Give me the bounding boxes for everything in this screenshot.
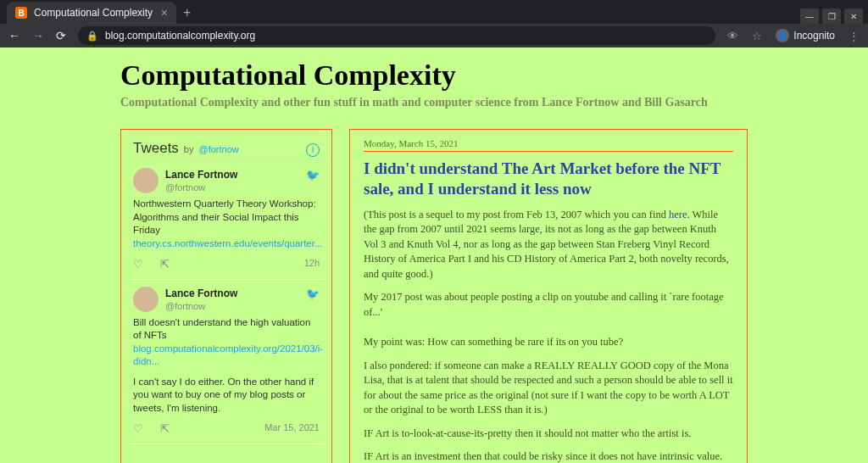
forward-button[interactable]: → xyxy=(32,29,44,42)
share-icon[interactable]: ⇱ xyxy=(160,421,170,437)
twitter-icon: 🐦 xyxy=(306,287,320,313)
post-title[interactable]: I didn't understand The Art Market befor… xyxy=(364,159,733,199)
close-icon[interactable]: × xyxy=(161,6,168,20)
tweet-handle[interactable]: @fortnow xyxy=(165,181,237,194)
like-icon[interactable]: ♡ xyxy=(133,257,143,272)
incognito-icon: 👤 xyxy=(776,29,789,42)
tweet-handle[interactable]: @fortnow xyxy=(165,300,237,313)
window-controls: — ❐ ✕ xyxy=(800,8,868,24)
blogger-icon: B xyxy=(15,7,27,19)
tweet-time: Mar 15, 2021 xyxy=(264,421,320,437)
back-button[interactable]: ← xyxy=(8,29,20,42)
avatar[interactable] xyxy=(133,287,159,312)
tweet-author[interactable]: Lance Fortnow xyxy=(165,287,237,300)
toolbar-right: 👁 ☆ 👤 Incognito ⋮ xyxy=(727,29,860,42)
tweets-by: by xyxy=(184,144,194,154)
avatar[interactable] xyxy=(133,168,159,193)
new-tab-button[interactable]: + xyxy=(183,5,191,20)
tweet-text: Northwestern Quarterly Theory Workshop: … xyxy=(133,198,320,237)
tweet-author[interactable]: Lance Fortnow xyxy=(165,168,237,181)
tweet-text2: I can't say I do either. On the other ha… xyxy=(133,376,320,416)
browser-chrome: B Computational Complexity × + — ❐ ✕ ← →… xyxy=(0,0,868,47)
tweets-stream[interactable]: Lance Fortnow @fortnow 🐦 Northwestern Qu… xyxy=(128,160,325,444)
tweet[interactable]: Lance Fortnow @fortnow 🐦 Northwestern Qu… xyxy=(128,161,325,280)
star-icon[interactable]: ☆ xyxy=(752,30,762,42)
incognito-label: Incognito xyxy=(793,30,835,42)
info-icon[interactable]: i xyxy=(306,143,320,157)
page-content[interactable]: Computational Complexity Computational C… xyxy=(0,47,868,463)
menu-icon[interactable]: ⋮ xyxy=(849,30,860,42)
tweets-title: Tweets xyxy=(133,140,179,157)
tweet-link[interactable]: theory.cs.northwestern.edu/events/quarte… xyxy=(133,237,320,251)
eye-off-icon[interactable]: 👁 xyxy=(727,30,738,42)
share-icon[interactable]: ⇱ xyxy=(160,257,170,272)
address-bar: ← → ⟳ 🔒 blog.computationalcomplexity.org… xyxy=(0,24,868,47)
here-link[interactable]: here xyxy=(669,209,687,220)
tweets-handle[interactable]: @fortnow xyxy=(198,144,238,154)
url-input[interactable]: 🔒 blog.computationalcomplexity.org xyxy=(78,26,715,45)
blog-post: Monday, March 15, 2021 I didn't understa… xyxy=(349,129,748,463)
twitter-icon: 🐦 xyxy=(306,168,320,194)
close-window-button[interactable]: ✕ xyxy=(844,8,863,24)
incognito-badge[interactable]: 👤 Incognito xyxy=(776,29,835,42)
blog-subtitle: Computational Complexity and other fun s… xyxy=(120,95,732,110)
tweets-header: Tweets by @fortnow i xyxy=(128,137,325,160)
url-text: blog.computationalcomplexity.org xyxy=(105,30,255,42)
post-date: Monday, March 15, 2021 xyxy=(364,138,733,152)
tab-bar: B Computational Complexity × + — ❐ ✕ xyxy=(0,0,868,24)
reload-button[interactable]: ⟳ xyxy=(56,29,66,42)
lock-icon: 🔒 xyxy=(86,31,98,42)
tab-title: Computational Complexity xyxy=(34,7,153,19)
tweet-text: Bill doesn't understand the high valuati… xyxy=(133,316,320,343)
blog-title[interactable]: Computational Complexity xyxy=(120,59,868,92)
tweet[interactable]: Lance Fortnow @fortnow 🐦 Bill doesn't un… xyxy=(128,280,325,444)
post-body: (This post is a sequel to my post from F… xyxy=(364,208,733,463)
like-icon[interactable]: ♡ xyxy=(133,421,143,437)
maximize-button[interactable]: ❐ xyxy=(822,8,841,24)
tweets-widget: Tweets by @fortnow i Lance Fortnow @fort… xyxy=(120,129,332,463)
minimize-button[interactable]: — xyxy=(800,8,819,24)
tweet-time: 12h xyxy=(304,257,320,272)
browser-tab[interactable]: B Computational Complexity × xyxy=(7,2,176,24)
tweet-link[interactable]: blog.computationalcomplexity.org/2021/03… xyxy=(133,343,320,369)
